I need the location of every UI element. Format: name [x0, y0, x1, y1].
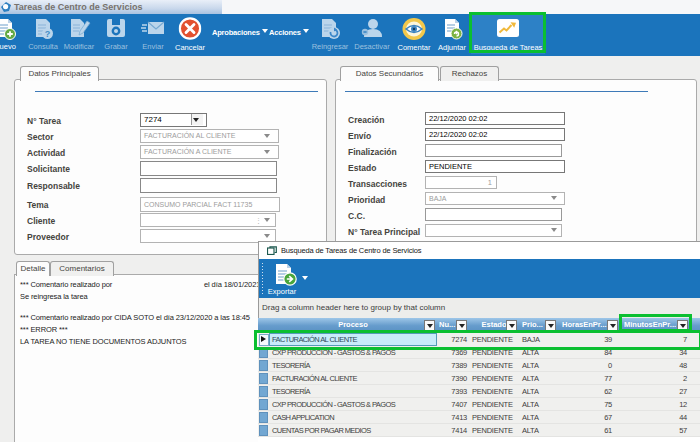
svg-text:?: ?	[45, 29, 51, 39]
